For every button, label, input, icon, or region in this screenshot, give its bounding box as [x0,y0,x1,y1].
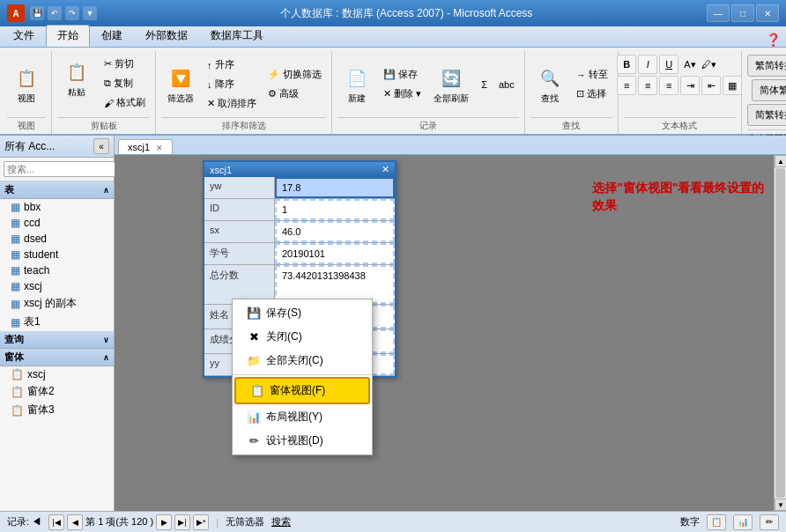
form-value-id[interactable]: 1 [275,199,395,220]
simp-trad-btn[interactable]: 简体繁 [752,79,786,101]
search-label[interactable]: 搜索 [271,515,291,528]
close-btn[interactable]: ✕ [756,4,779,22]
align-right-btn[interactable]: ≡ [659,76,678,95]
form-item-xscj[interactable]: 📋 xscj [4,366,114,382]
nav-toggle-btn[interactable]: « [93,138,109,154]
forms-chevron-icon: ∧ [103,353,109,362]
sigma-icon: Σ [481,79,487,90]
table-item-bbx[interactable]: ▦ bbx [4,199,114,215]
xscj1-tab[interactable]: xscj1 ✕ [118,139,173,154]
form-value-xuehao[interactable]: 20190101 [275,243,395,264]
italic-btn[interactable]: I [638,55,657,74]
undo-btn[interactable]: ↶ [48,6,62,20]
maximize-btn[interactable]: □ [731,4,754,22]
paste-btn[interactable]: 📋 粘贴 [57,55,96,102]
table-icon: ▦ [11,298,20,310]
view-btn[interactable]: 📋 视图 [7,61,46,108]
table-item-table1[interactable]: ▦ 表1 [4,313,114,331]
tab-file[interactable]: 文件 [2,25,46,47]
new-record-btn[interactable]: ▶* [193,514,209,530]
scrollbar-thumb[interactable] [775,168,785,498]
table-item-teach[interactable]: ▦ teach [4,262,114,278]
table-item-ccd[interactable]: ▦ ccd [4,215,114,231]
prev-record-btn[interactable]: ◀ [67,514,83,530]
table-item-xscj-copy[interactable]: ▦ xscj 的副本 [4,294,114,313]
query-section-header[interactable]: 查询 ∨ [0,331,114,349]
redo-btn[interactable]: ↷ [65,6,79,20]
outdent-btn[interactable]: ⇤ [701,76,721,95]
toggle-filter-btn[interactable]: ⚡ 切换筛选 [263,65,326,84]
ctx-save-label: 保存(S) [266,306,301,321]
format-painter-btn[interactable]: 🖌 格式刷 [100,93,150,112]
ctx-layout-view[interactable]: 📊 布局视图(Y) [233,405,372,429]
scroll-up-btn[interactable]: ▲ [775,155,786,167]
form-view-status-btn[interactable]: 📋 [707,514,726,530]
last-record-btn[interactable]: ▶| [174,514,190,530]
help-btn[interactable]: ❓ [766,33,781,47]
find-btn[interactable]: 🔍 查找 [530,61,569,108]
search-input[interactable] [4,161,132,177]
ascending-btn[interactable]: ↑ 升序 [203,55,261,74]
select-btn[interactable]: ⊡ 选择 [572,85,612,103]
remove-sort-btn[interactable]: ✕ 取消排序 [203,94,261,113]
ctx-form-view[interactable]: 📋 窗体视图(F) [234,377,370,404]
advanced-btn[interactable]: ⚙ 高级 [263,85,326,103]
next-record-btn[interactable]: ▶ [156,514,172,530]
ctx-save[interactable]: 💾 保存(S) [233,301,372,325]
ctx-form-view-label: 窗体视图(F) [270,383,325,398]
spell-btn[interactable]: abc [494,77,519,92]
close-tab-icon[interactable]: ✕ [156,144,163,152]
grid-btn[interactable]: ▦ [723,76,742,95]
form-value-yw[interactable]: 17.8 [275,177,395,198]
align-center-btn[interactable]: ≡ [638,76,657,95]
minimize-btn[interactable]: — [707,4,730,22]
form-close-icon[interactable]: ✕ [382,164,389,175]
refresh-btn[interactable]: 🔄 全部刷新 [428,61,474,108]
tab-create[interactable]: 创建 [90,25,134,47]
status-sep: | [216,517,219,528]
filter-btn[interactable]: 🔽 筛选器 [161,61,200,108]
status-bar: 记录: ◀ |◀ ◀ 第 1 项(共 120 ) ▶ ▶| ▶* | 无筛选器 … [0,511,786,532]
form-item-form2[interactable]: 📋 窗体2 [4,382,114,401]
first-record-btn[interactable]: |◀ [48,514,64,530]
form-item-form3[interactable]: 📋 窗体3 [4,401,114,419]
tab-db-tools[interactable]: 数据库工具 [199,25,275,47]
filter-icon: 🔽 [167,64,195,92]
save-rec-btn[interactable]: 💾 保存 [379,65,426,84]
ctx-design-view[interactable]: ✏ 设计视图(D) [233,429,372,453]
tables-section-header[interactable]: 表 ∧ [0,181,114,199]
scroll-down-btn[interactable]: ▼ [775,499,786,511]
design-view-status-btn[interactable]: ✏ [760,514,779,530]
form-title-text: xscj1 [210,165,232,175]
goto-btn[interactable]: → 转至 [572,65,612,84]
table-item-xscj[interactable]: ▦ xscj [4,278,114,294]
sigma-btn[interactable]: Σ [477,77,492,92]
ctx-close-all[interactable]: 📁 全部关闭(C) [233,349,372,373]
forms-section-header[interactable]: 窗体 ∧ [0,349,114,366]
ribbon-group-sort: 🔽 筛选器 ↑ 升序 ↓ 降序 ✕ 取消排序 ⚡ 切换筛选 ⚙ 高级 排序和筛选 [156,51,332,134]
layout-view-status-btn[interactable]: 📊 [733,514,753,530]
bold-btn[interactable]: B [617,55,636,74]
vertical-scrollbar[interactable]: ▲ ▼ [774,155,786,511]
simp-convert-btn[interactable]: 简繁转换 [747,104,786,126]
cut-btn[interactable]: ✂ 剪切 [100,55,150,73]
menu-arrow[interactable]: ▼ [83,6,97,20]
copy-icon: ⧉ [104,78,111,89]
delete-btn[interactable]: ✕ 删除 ▾ [379,85,426,103]
tab-external[interactable]: 外部数据 [134,25,199,47]
table-icon: ▦ [11,201,20,213]
descending-btn[interactable]: ↓ 降序 [203,75,261,93]
form-value-sx[interactable]: 46.0 [275,221,395,242]
trad-simp-btn[interactable]: 繁简转换 [747,55,786,77]
save-quick-btn[interactable]: 💾 [30,6,44,20]
new-btn[interactable]: 📄 新建 [337,61,376,108]
copy-btn[interactable]: ⧉ 复制 [100,74,150,92]
align-left-btn[interactable]: ≡ [617,76,636,95]
table-item-student[interactable]: ▦ student [4,247,114,262]
tab-home[interactable]: 开始 [46,25,90,47]
ctx-close[interactable]: ✖ 关闭(C) [233,325,372,349]
indent-btn[interactable]: ⇥ [680,76,700,95]
ctx-close-all-label: 全部关闭(C) [266,353,323,368]
underline-btn[interactable]: U [659,55,678,74]
table-item-dsed[interactable]: ▦ dsed [4,231,114,247]
